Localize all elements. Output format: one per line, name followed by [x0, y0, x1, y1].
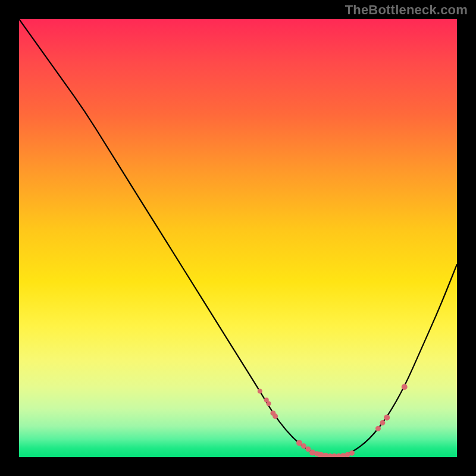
data-marker [301, 443, 306, 449]
data-marker [349, 450, 355, 456]
chart-stage: TheBottleneck.com [0, 0, 476, 476]
data-marker [380, 420, 385, 425]
curve-layer [19, 19, 457, 457]
bottleneck-curve [19, 19, 457, 457]
data-marker [384, 415, 390, 421]
data-marker [267, 401, 271, 406]
plot-area [19, 19, 457, 457]
data-marker [375, 426, 381, 431]
data-marker [402, 384, 408, 390]
watermark-text: TheBottleneck.com [345, 2, 468, 18]
data-marker [273, 414, 278, 419]
data-marker [258, 389, 262, 394]
